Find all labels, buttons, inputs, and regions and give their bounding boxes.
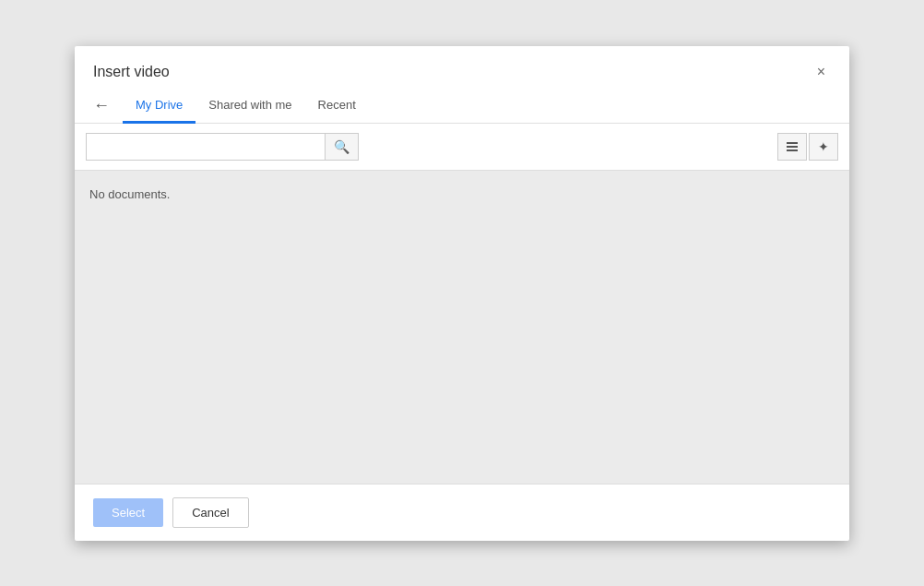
insert-video-dialog: Insert video × ← My Drive Shared with me… [75,46,849,541]
back-button[interactable]: ← [93,89,119,123]
toolbar: 🔍 ✦ [75,124,849,171]
search-icon: 🔍 [334,139,349,154]
empty-message: No documents. [89,187,170,201]
search-input[interactable] [86,133,326,161]
back-icon: ← [93,96,110,115]
tab-my-drive[interactable]: My Drive [123,89,195,124]
list-view-icon [787,142,798,151]
cancel-button[interactable]: Cancel [172,497,248,528]
view-toggle: ✦ [777,133,838,161]
tabs-row: ← My Drive Shared with me Recent [75,89,849,124]
dialog-title: Insert video [93,64,170,80]
grid-view-button[interactable]: ✦ [809,133,838,161]
dialog-footer: Select Cancel [75,484,849,541]
tab-shared-with-me[interactable]: Shared with me [195,89,304,124]
list-view-button[interactable] [777,133,807,161]
grid-view-icon: ✦ [818,139,829,154]
dialog-header: Insert video × [75,46,849,81]
content-area: No documents. [75,171,849,484]
search-button[interactable]: 🔍 [326,133,359,161]
close-button[interactable]: × [811,63,831,81]
select-button[interactable]: Select [93,498,163,527]
tab-recent[interactable]: Recent [305,89,369,124]
